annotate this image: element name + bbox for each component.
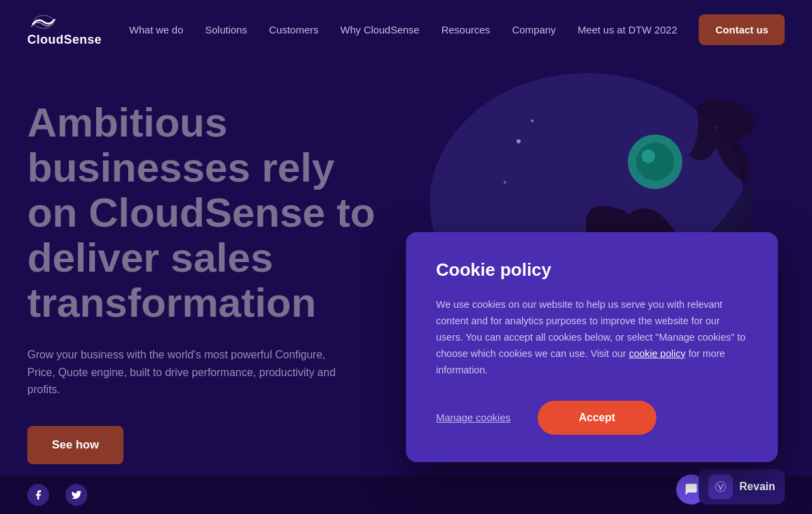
- nav-customers[interactable]: Customers: [269, 24, 319, 35]
- nav-company[interactable]: Company: [512, 24, 555, 35]
- cookie-policy-link[interactable]: cookie policy: [629, 348, 686, 359]
- logo-wordmark: CloudSense: [27, 33, 102, 47]
- hero-subtitle: Grow your business with the world's most…: [27, 346, 341, 399]
- accept-cookies-button[interactable]: Accept: [538, 401, 656, 435]
- header: CloudSense What we do Solutions Customer…: [0, 0, 812, 59]
- main-nav: What we do Solutions Customers Why Cloud…: [129, 14, 785, 45]
- logo-icon: [27, 12, 60, 31]
- social-icon-1[interactable]: [27, 484, 49, 506]
- svg-point-11: [641, 149, 655, 163]
- nav-what-we-do[interactable]: What we do: [129, 24, 183, 35]
- cookie-actions: Manage cookies Accept: [436, 401, 748, 435]
- social-icon-2[interactable]: [66, 484, 87, 506]
- revain-label: Revain: [740, 481, 775, 493]
- cookie-modal: Cookie policy We use cookies on our webs…: [406, 232, 778, 462]
- revain-badge[interactable]: Revain: [699, 469, 785, 504]
- svg-point-16: [504, 181, 506, 184]
- svg-point-10: [636, 143, 674, 181]
- cookie-body-text: We use cookies on our website to help us…: [436, 297, 748, 379]
- revain-icon: [708, 474, 733, 499]
- cookie-title: Cookie policy: [436, 259, 748, 281]
- nav-why-cloudsense[interactable]: Why CloudSense: [340, 24, 420, 35]
- svg-point-12: [517, 139, 521, 143]
- hero-left: Ambitious businesses rely on CloudSense …: [27, 73, 396, 464]
- hero-title: Ambitious businesses rely on CloudSense …: [27, 100, 396, 326]
- contact-button[interactable]: Contact us: [699, 14, 785, 45]
- nav-resources[interactable]: Resources: [441, 24, 491, 35]
- revain-logo-icon: [713, 479, 728, 494]
- twitter-icon: [71, 489, 82, 500]
- svg-point-13: [531, 119, 534, 122]
- chat-icon: [684, 482, 699, 497]
- nav-solutions[interactable]: Solutions: [205, 24, 248, 35]
- logo[interactable]: CloudSense: [27, 12, 102, 47]
- manage-cookies-button[interactable]: Manage cookies: [436, 412, 510, 423]
- see-how-button[interactable]: See how: [27, 426, 124, 464]
- facebook-icon: [33, 489, 44, 500]
- nav-dtw[interactable]: Meet us at DTW 2022: [578, 24, 678, 35]
